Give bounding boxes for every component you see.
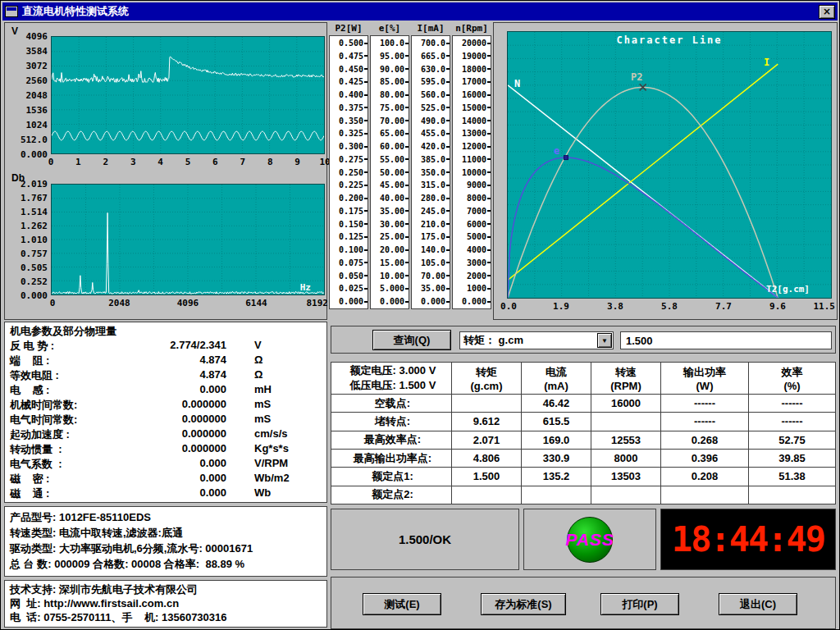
scale-value: 0.000 [339, 297, 363, 306]
scale-value-row: 315.0 [412, 180, 450, 190]
scope-v-y-tick: 0.000 [7, 149, 48, 160]
tick-mark [487, 275, 491, 276]
scale-value-row: 20.00 [371, 244, 409, 255]
series-label-i: I [764, 57, 769, 68]
table-cell: 4.806 [452, 450, 521, 467]
tick-mark [405, 262, 409, 263]
tick-mark [487, 94, 491, 96]
scale-value: 0.350 [339, 116, 363, 126]
pass-label: PASS [565, 529, 614, 549]
tick-mark [364, 275, 368, 276]
scale-value-row: 0.350 [330, 116, 368, 126]
table-cell: 2.071 [452, 431, 521, 449]
print-button[interactable]: 打印(P) [600, 593, 679, 615]
torque-unit-combobox[interactable]: 转矩： g.cm ▼ [459, 331, 614, 349]
scale-value: 0.000 [421, 297, 445, 306]
scope-db-y-tick: 2.019 [7, 179, 48, 189]
scale-value: 280.0 [421, 194, 445, 203]
table-row-label: 最高效率点: [331, 431, 451, 449]
scope-db-x-tick: 0 [50, 298, 56, 308]
scale-value: 2000 [467, 272, 486, 281]
param-row: 端 阻 :4.874Ω [10, 354, 322, 368]
scale-value: 75.00 [380, 103, 404, 112]
param-value: 0.000000 [141, 427, 226, 442]
torque-value-input[interactable] [620, 331, 832, 349]
test-button[interactable]: 测试(E) [363, 593, 441, 615]
scale-value: 0.050 [339, 272, 363, 281]
tick-mark [446, 185, 450, 186]
scale-column-n: n[Rpm]2000019000180001700016000150001400… [452, 22, 491, 320]
scale-value-row: 350.0 [412, 167, 450, 178]
character-line-plot: Character Line T2[g.cm] NP2Ie [507, 31, 832, 299]
param-unit: Ω [254, 368, 262, 383]
param-label: 端 阻 : [10, 354, 141, 368]
scale-header-e: e[%] [370, 22, 409, 35]
table-cell: 12553 [591, 431, 660, 449]
table-cell: 9.612 [452, 413, 521, 430]
tick-mark [487, 158, 491, 160]
scale-value-row: 5000 [453, 231, 491, 242]
scale-value-row: 0.425 [330, 76, 368, 87]
param-value: 0.000 [141, 383, 226, 398]
test-result-box: 1.500/OK [331, 509, 519, 570]
voltage-waveform-plot [51, 36, 325, 154]
tick-mark [446, 81, 450, 83]
scale-header-i: I[mA] [411, 22, 450, 35]
param-value: 4.874 [141, 368, 226, 383]
tick-mark [446, 223, 450, 225]
scale-value-row: 595.0 [412, 76, 450, 87]
scale-value-row: 0.025 [330, 283, 368, 294]
scale-value-row: 105.0 [412, 258, 450, 268]
combobox-dropdown-button[interactable]: ▼ [597, 333, 612, 348]
tick-mark [446, 55, 450, 57]
table-column-header-3: 输出功率(W) [661, 363, 748, 394]
scope-db-x-tick: 4096 [177, 298, 199, 308]
scale-value: 105.0 [421, 258, 445, 267]
series-label-n: N [514, 78, 520, 89]
scale-value-row: 210.0 [412, 219, 450, 230]
table-column-header-1: 电流(mA) [522, 363, 591, 394]
column-name: 效率 [782, 365, 803, 380]
title-bar[interactable]: 直流电机特性测试系统 × [2, 2, 838, 21]
scale-value-row: 280.0 [412, 193, 450, 203]
character-line-svg [508, 32, 831, 298]
charline-x-tick: 11.5 [814, 301, 836, 312]
tick-mark [405, 171, 409, 173]
tick-mark [364, 158, 368, 160]
tick-mark [487, 262, 491, 263]
tick-mark [405, 107, 409, 108]
table-row-label: 额定点2: [331, 486, 451, 504]
tick-mark [364, 146, 368, 148]
query-button[interactable]: 查询(Q) [372, 330, 451, 350]
scale-value-row: 19000 [453, 51, 491, 62]
scale-value-row: 420.0 [412, 141, 450, 152]
param-unit: cm/s/s [254, 427, 287, 442]
param-unit: V [254, 339, 262, 354]
exit-button[interactable]: 退出(C) [719, 593, 797, 615]
table-cell: 13503 [591, 468, 660, 485]
close-button[interactable]: × [819, 5, 835, 19]
table-cell: 8000 [591, 450, 660, 467]
scale-value: 0.200 [339, 194, 363, 203]
save-standard-button[interactable]: 存为标准(S) [481, 593, 566, 615]
scale-value: 20.00 [380, 245, 404, 254]
table-cell: 52.75 [749, 431, 835, 449]
scale-value-row: 665.0 [412, 51, 450, 62]
scale-value: 9000 [467, 180, 486, 189]
param-label: 磁 密 : [10, 472, 141, 486]
scale-value-row: 17000 [453, 76, 491, 87]
table-cell: ------ [661, 395, 748, 412]
scale-value-row: 0.225 [330, 180, 368, 190]
scope-db-y-tick: 0.505 [7, 262, 48, 273]
scope-v-x-tick: 3 [130, 157, 136, 167]
scale-value-row: 6000 [453, 219, 491, 230]
scale-value-row: 0.400 [330, 89, 368, 100]
motor-params-panel: 机电参数及部分物理量 反 电 势 :2.774/2.341V端 阻 :4.874… [4, 322, 327, 503]
scale-value: 16000 [462, 90, 486, 99]
tick-mark [364, 185, 368, 186]
scale-value: 0.225 [339, 180, 363, 189]
scale-list-n: 2000019000180001700016000150001400013000… [452, 35, 491, 309]
scale-value: 0.075 [339, 258, 363, 267]
scale-value: 19000 [462, 52, 486, 61]
scale-value: 1000 [467, 284, 486, 293]
